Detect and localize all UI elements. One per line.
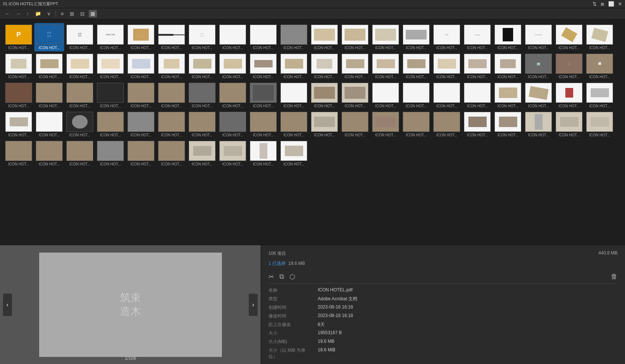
file-item-r2c8[interactable]: ICON HOT... (187, 52, 217, 80)
sort-icon[interactable]: ⇅ (593, 1, 597, 7)
file-item-r2c14[interactable]: ICON HOT... (371, 52, 401, 80)
preview-prev-button[interactable]: ‹ (3, 294, 12, 316)
file-item-r3c1[interactable]: □ ICON HOT... (554, 52, 584, 80)
file-item-r2c5[interactable]: ICON HOT... (95, 52, 125, 80)
view-grid-button[interactable]: ⊠ (89, 10, 97, 18)
file-item-r5c11[interactable]: ICON HOT... (187, 139, 217, 168)
file-item-r2c4[interactable]: ICON HOT... (65, 52, 95, 80)
file-item-r1c1[interactable]: 筑束造木 ICON HOT... (65, 23, 95, 51)
file-item-r4c3[interactable]: ICON HOT... (585, 81, 615, 110)
file-item-r4c6[interactable]: ICON HOT... (65, 110, 95, 139)
file-item-r4c4[interactable]: ICON HOT... (4, 110, 34, 139)
file-item-r3c4[interactable]: ICON HOT... (34, 81, 64, 110)
file-item-r3c2[interactable]: ⬜ ICON HOT... (585, 52, 615, 80)
file-item-r4c18[interactable]: ICON HOT... (432, 110, 462, 139)
file-item-r2c18[interactable]: ICON HOT... (493, 52, 523, 80)
file-item-r3c17[interactable]: ICON HOT... (432, 81, 462, 110)
file-item-r4c11[interactable]: ICON HOT... (218, 110, 248, 139)
file-item-r4c7[interactable]: ICON HOT... (95, 110, 125, 139)
file-item-r3c9[interactable]: ICON HOT... (187, 81, 217, 110)
file-item-r2c13[interactable]: ICON HOT... (340, 52, 370, 80)
file-item-r1c7[interactable]: ICON HOT... (248, 23, 278, 51)
file-item-r2c17[interactable]: ICON HOT... (462, 52, 492, 80)
file-item-r1c15[interactable]: ICON HOT... (493, 23, 523, 51)
file-item-r5c9[interactable]: ICON HOT... (126, 139, 156, 168)
nav-up-button[interactable]: ↑ (25, 10, 31, 17)
file-item-r3c7[interactable]: ICON HOT... (126, 81, 156, 110)
file-item-r4c8[interactable]: ICON HOT... (126, 110, 156, 139)
file-item-r5c7[interactable]: ICON HOT... (65, 139, 95, 168)
file-item-r3c15[interactable]: ICON HOT... (371, 81, 401, 110)
file-item-r1c3[interactable]: ICON HOT... (126, 23, 156, 51)
file-item-r4c10[interactable]: ICON HOT... (187, 110, 217, 139)
file-item-r5c4[interactable]: ICON HOT... (585, 110, 615, 139)
file-item-r2c1[interactable]: ICON HOT... (585, 23, 615, 51)
file-item-r4c5[interactable]: ICON HOT... (34, 110, 64, 139)
file-item-r2c15[interactable]: ICON HOT... (401, 52, 431, 80)
preview-next-button[interactable]: › (249, 294, 258, 316)
file-item-r3c16[interactable]: ICON HOT... (401, 81, 431, 110)
file-item-r5c3[interactable]: ICON HOT... (554, 110, 584, 139)
nav-back-button[interactable]: ← (3, 10, 12, 17)
file-item-r1c14[interactable]: ▭▭▭ ICON HOT... (462, 23, 492, 51)
file-item-r2c9[interactable]: ICON HOT... (218, 52, 248, 80)
file-item-r4c9[interactable]: ICON HOT... (157, 110, 186, 139)
file-item-r1c8[interactable]: ICON HOT... (279, 23, 309, 51)
file-item-r4c1[interactable]: ICON HOT... (524, 81, 553, 110)
file-item-r1c12[interactable]: ICON HOT... (401, 23, 431, 51)
file-item-r3c12[interactable]: ICON HOT... (279, 81, 309, 110)
file-item-r2c12[interactable]: ICON HOT... (310, 52, 339, 80)
file-item-r5c6[interactable]: ICON HOT... (34, 139, 64, 168)
view-list-button[interactable]: ≡ (59, 10, 66, 18)
file-item-r5c12[interactable]: ICON HOT... (218, 139, 248, 168)
file-item-r3c0[interactable]: 🏢 ICON HOT... (524, 52, 553, 80)
file-item-r1c13[interactable]: □□ ICON HOT... (432, 23, 462, 51)
file-item-r1c4[interactable]: ICON HOT... (157, 23, 186, 51)
file-item-r2c6[interactable]: ICON HOT... (126, 52, 156, 80)
file-item-r1c2[interactable]: PARE·TRE ICON HOT... (95, 23, 125, 51)
file-item-r5c8[interactable]: ICON HOT... (95, 139, 125, 168)
file-item-r4c17[interactable]: ICON HOT... (401, 110, 431, 139)
file-item-r1c5[interactable]: ▭▭▭▭ ICON HOT... (187, 23, 217, 51)
file-item-r5c10[interactable]: ICON HOT... (157, 139, 186, 168)
file-item-r2c11[interactable]: ICON HOT... (279, 52, 309, 80)
file-item-r5c14[interactable]: ICON HOT... (279, 139, 309, 168)
file-item-r5c2[interactable]: ICON HOT... (524, 110, 553, 139)
file-item-r2c7[interactable]: ICON HOT... (157, 52, 186, 80)
file-item-selected[interactable]: 筑束造木 ICON HOT... (34, 23, 64, 51)
file-item-r1c10[interactable]: ICON HOT... (340, 23, 370, 51)
file-item-r2c2[interactable]: ICON HOT... (4, 52, 34, 80)
close-icon[interactable]: ✕ (618, 1, 622, 7)
file-item-pptx[interactable]: P ICON HOT... (4, 23, 34, 51)
file-item-r4c12[interactable]: ICON HOT... (248, 110, 278, 139)
file-item-r3c11[interactable]: ICON HOT... (248, 81, 278, 110)
file-item-r1c6[interactable]: ICON HOT... (218, 23, 248, 51)
list-icon[interactable]: ≣ (600, 1, 604, 7)
share-icon[interactable]: ⬡ (289, 273, 295, 281)
file-item-r1c9[interactable]: ICON HOT... (310, 23, 339, 51)
copy-icon[interactable]: ⧉ (279, 273, 284, 281)
view-medium-button[interactable]: ⊞ (68, 10, 76, 18)
folder-button[interactable]: 📁 (33, 10, 43, 17)
delete-icon[interactable]: 🗑 (611, 273, 618, 281)
file-item-r4c15[interactable]: ICON HOT... (340, 110, 370, 139)
file-item-r5c5[interactable]: ICON HOT... (4, 139, 34, 168)
file-item-r2c16[interactable]: ICON HOT... (432, 52, 462, 80)
file-item-r2c3[interactable]: ICON HOT... (34, 52, 64, 80)
file-item-r3c8[interactable]: ICON HOT... (157, 81, 186, 110)
file-item-r2c0[interactable]: ICON HOT... (554, 23, 584, 51)
file-area[interactable]: P ICON HOT... 筑束造木 ICON HOT... 筑束造木 ICON… (0, 19, 625, 245)
file-item-r4c16[interactable]: ICON HOT... (371, 110, 401, 139)
file-item-r4c0[interactable]: ICON HOT... (493, 81, 523, 110)
file-item-r3c13[interactable]: ICON HOT... (310, 81, 339, 110)
file-item-r5c0[interactable]: ICON HOT... (462, 110, 492, 139)
file-item-r4c13[interactable]: ICON HOT... (279, 110, 309, 139)
file-item-r3c18[interactable]: ICON HOT... (462, 81, 492, 110)
file-item-r3c14[interactable]: ICON HOT... (340, 81, 370, 110)
file-item-r3c6[interactable]: ICON HOT... (95, 81, 125, 110)
file-item-r4c2[interactable]: ICON HOT... (554, 81, 584, 110)
file-item-r1c11[interactable]: ICON HOT... (371, 23, 401, 51)
view-large-button[interactable]: ⊟ (78, 10, 87, 18)
file-item-r2c10[interactable]: ICON HOT... (248, 52, 278, 80)
file-item-r4c14[interactable]: ICON HOT... (310, 110, 339, 139)
